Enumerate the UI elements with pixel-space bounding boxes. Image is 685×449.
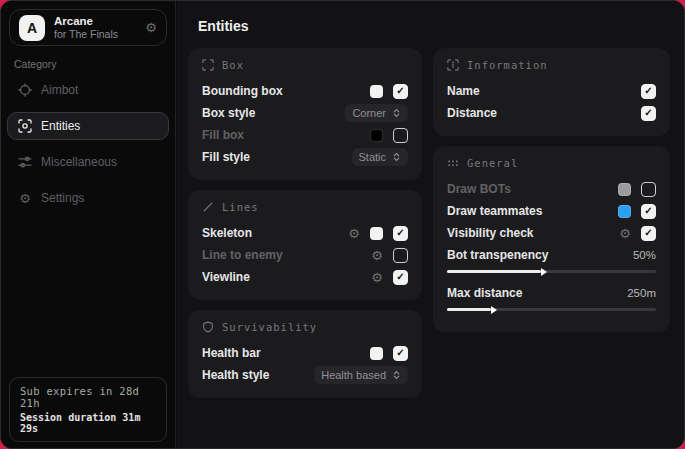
color-swatch[interactable] bbox=[370, 129, 383, 142]
setting-row-skeleton: Skeleton ⚙ ✓ bbox=[202, 222, 408, 244]
check-icon: ✓ bbox=[396, 272, 404, 282]
check-icon: ✓ bbox=[644, 228, 652, 238]
setting-row-visibility-check: Visibility check ⚙ ✓ bbox=[447, 222, 656, 244]
sidebar: A Arcane for The Finals ⚙ Category Aimbo… bbox=[1, 1, 176, 448]
check-icon: ✓ bbox=[644, 86, 652, 96]
slider-fill bbox=[447, 308, 491, 311]
section-title-survivability: Survivability bbox=[222, 321, 317, 333]
gear-icon[interactable]: ⚙ bbox=[145, 20, 157, 35]
session-duration-text: Session duration 31m 29s bbox=[20, 412, 156, 434]
sub-expiry-text: Sub expires in 28d 21h bbox=[20, 385, 156, 409]
sidebar-item-entities[interactable]: Entities bbox=[7, 112, 169, 140]
check-icon: ✓ bbox=[396, 228, 404, 238]
box-style-select[interactable]: Corner bbox=[345, 104, 408, 122]
checkbox[interactable]: ✓ bbox=[393, 128, 408, 143]
setting-label: Max distance bbox=[447, 286, 522, 300]
color-swatch[interactable] bbox=[370, 85, 383, 98]
app-name: Arcane bbox=[54, 15, 136, 28]
setting-row-draw-bots: Draw BOTs ✓ bbox=[447, 178, 656, 200]
sidebar-item-label: Settings bbox=[41, 191, 84, 205]
gear-icon: ⚙ bbox=[18, 192, 32, 205]
slider-value: 250m bbox=[627, 287, 656, 299]
grid-dots-icon bbox=[447, 157, 459, 169]
checkbox[interactable]: ✓ bbox=[393, 248, 408, 263]
select-value: Static bbox=[359, 151, 387, 163]
app-subtitle: for The Finals bbox=[54, 28, 136, 40]
setting-row-distance: Distance ✓ bbox=[447, 102, 656, 124]
setting-label: Bot transpenency bbox=[447, 248, 548, 262]
setting-label: Health style bbox=[202, 368, 269, 382]
checkbox[interactable]: ✓ bbox=[641, 204, 656, 219]
slider-fill bbox=[447, 270, 541, 273]
setting-row-health-style: Health style Health based bbox=[202, 364, 408, 386]
max-distance-slider[interactable] bbox=[447, 308, 656, 311]
gear-icon[interactable]: ⚙ bbox=[619, 227, 631, 240]
color-swatch[interactable] bbox=[618, 205, 631, 218]
information-icon bbox=[447, 59, 459, 71]
setting-label: Viewline bbox=[202, 270, 250, 284]
setting-label: Skeleton bbox=[202, 226, 252, 240]
setting-row-viewline: Viewline ⚙ ✓ bbox=[202, 266, 408, 288]
box-brackets-icon bbox=[202, 59, 214, 71]
category-label: Category bbox=[14, 58, 175, 70]
checkbox[interactable]: ✓ bbox=[393, 270, 408, 285]
checkbox[interactable]: ✓ bbox=[393, 346, 408, 361]
sidebar-item-miscellaneous[interactable]: Miscellaneous bbox=[7, 148, 169, 176]
chevron-updown-icon bbox=[392, 108, 401, 118]
card-survivability: Survivability Health bar ✓ Health style … bbox=[188, 310, 422, 398]
checkbox[interactable]: ✓ bbox=[393, 226, 408, 241]
setting-label: Bounding box bbox=[202, 84, 283, 98]
section-title-box: Box bbox=[222, 59, 244, 71]
gear-icon[interactable]: ⚙ bbox=[371, 249, 383, 262]
setting-label: Draw BOTs bbox=[447, 182, 511, 196]
setting-row-fill-style: Fill style Static bbox=[202, 146, 408, 168]
check-icon: ✓ bbox=[396, 86, 404, 96]
check-icon: ✓ bbox=[644, 108, 652, 118]
checkbox[interactable]: ✓ bbox=[641, 84, 656, 99]
card-information: Information Name ✓ Distance ✓ bbox=[433, 48, 670, 136]
setting-row-name: Name ✓ bbox=[447, 80, 656, 102]
gear-icon[interactable]: ⚙ bbox=[348, 227, 360, 240]
setting-label: Name bbox=[447, 84, 480, 98]
section-title-information: Information bbox=[467, 59, 548, 71]
setting-label: Draw teammates bbox=[447, 204, 542, 218]
color-swatch[interactable] bbox=[370, 347, 383, 360]
setting-label: Fill style bbox=[202, 150, 250, 164]
setting-label: Distance bbox=[447, 106, 497, 120]
slider-value: 50% bbox=[633, 249, 656, 261]
setting-label: Box style bbox=[202, 106, 255, 120]
setting-row-bounding-box: Bounding box ✓ bbox=[202, 80, 408, 102]
health-style-select[interactable]: Health based bbox=[314, 366, 408, 384]
chevron-updown-icon bbox=[392, 370, 401, 380]
bot-transparency-slider[interactable] bbox=[447, 270, 656, 273]
setting-row-line-to-enemy: Line to enemy ⚙ ✓ bbox=[202, 244, 408, 266]
fill-style-select[interactable]: Static bbox=[352, 148, 409, 166]
app-header-card: A Arcane for The Finals ⚙ bbox=[9, 9, 167, 46]
eye-scan-icon bbox=[18, 119, 32, 133]
select-value: Health based bbox=[321, 369, 386, 381]
sidebar-item-label: Aimbot bbox=[41, 83, 78, 97]
sidebar-item-aimbot[interactable]: Aimbot bbox=[7, 76, 169, 104]
setting-label: Line to enemy bbox=[202, 248, 283, 262]
check-icon: ✓ bbox=[396, 348, 404, 358]
check-icon: ✓ bbox=[644, 206, 652, 216]
setting-row-max-distance: Max distance 250m bbox=[447, 282, 656, 304]
checkbox[interactable]: ✓ bbox=[641, 226, 656, 241]
sidebar-item-settings[interactable]: ⚙ Settings bbox=[7, 184, 169, 212]
setting-row-health-bar: Health bar ✓ bbox=[202, 342, 408, 364]
app-logo: A bbox=[19, 15, 45, 41]
main-content: Entities Box bbox=[177, 1, 684, 448]
subscription-info: Sub expires in 28d 21h Session duration … bbox=[9, 377, 167, 442]
sidebar-item-label: Miscellaneous bbox=[41, 155, 117, 169]
checkbox[interactable]: ✓ bbox=[641, 182, 656, 197]
color-swatch[interactable] bbox=[618, 183, 631, 196]
checkbox[interactable]: ✓ bbox=[641, 106, 656, 121]
card-box: Box Bounding box ✓ Box style Corner bbox=[188, 48, 422, 180]
app-window: A Arcane for The Finals ⚙ Category Aimbo… bbox=[0, 0, 685, 449]
setting-label: Fill box bbox=[202, 128, 244, 142]
sliders-icon bbox=[18, 155, 32, 169]
card-general: General Draw BOTs ✓ Draw teammates bbox=[433, 146, 670, 332]
gear-icon[interactable]: ⚙ bbox=[371, 271, 383, 284]
checkbox[interactable]: ✓ bbox=[393, 84, 408, 99]
color-swatch[interactable] bbox=[370, 227, 383, 240]
